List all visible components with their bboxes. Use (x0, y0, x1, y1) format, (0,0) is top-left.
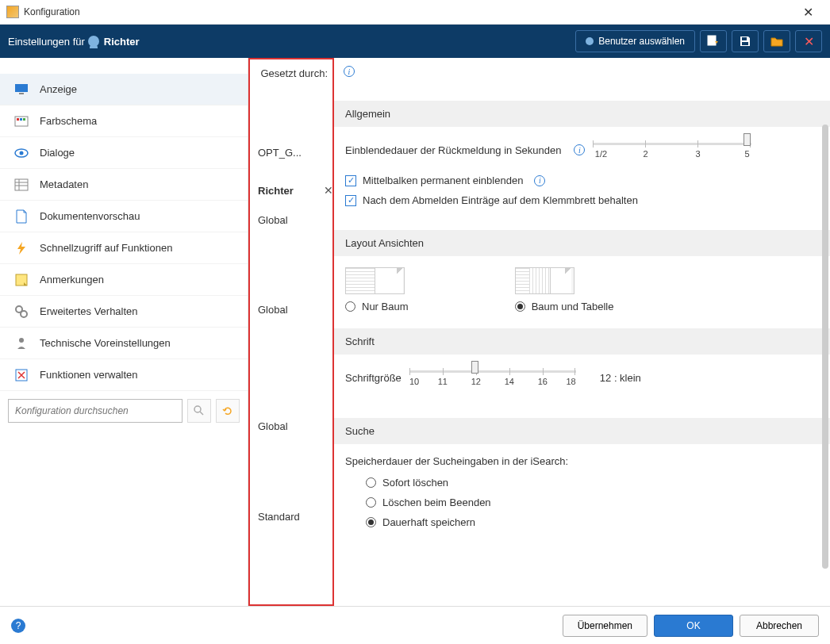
svg-rect-6 (17, 118, 19, 121)
svg-line-21 (200, 412, 203, 415)
wrench-user-icon (14, 336, 29, 351)
scope-opt: OPT_G... (258, 147, 333, 159)
radio-loeschen-beenden[interactable]: Löschen beim Beenden (366, 496, 819, 508)
svg-rect-5 (15, 117, 28, 126)
sidebar-reset-button[interactable] (216, 399, 240, 423)
svg-rect-2 (742, 42, 748, 45)
user-icon (88, 36, 99, 47)
sidebar-item-farbschema[interactable]: Farbschema (0, 105, 248, 137)
svg-rect-4 (19, 93, 24, 94)
sidebar-item-schnellzugriff[interactable]: Schnellzugriff auf Funktionen (0, 232, 248, 264)
toolbar-close-button[interactable]: ✕ (795, 30, 822, 52)
sidebar-item-dokumentenvorschau[interactable]: Dokumentenvorschau (0, 201, 248, 232)
svg-point-20 (194, 406, 201, 412)
settings-for-label: Einstellungen für (8, 36, 85, 48)
sidebar-search-input[interactable] (8, 399, 183, 423)
svg-point-18 (19, 338, 24, 343)
cancel-button[interactable]: Abbrechen (740, 615, 819, 637)
document-icon (14, 209, 29, 224)
sidebar-item-anmerkungen[interactable]: Anmerkungen (0, 264, 248, 296)
user-mini-icon (586, 37, 594, 45)
info-icon[interactable]: i (344, 66, 355, 77)
svg-rect-0 (708, 36, 716, 45)
gears-icon (14, 305, 29, 319)
scrollbar-thumb[interactable] (822, 125, 828, 569)
svg-rect-11 (15, 179, 28, 190)
window-title: Konfiguration (24, 6, 792, 17)
bottom-bar: ? Übernehmen OK Abbrechen (0, 606, 830, 644)
scope-richter: Richter✕ (258, 184, 333, 197)
sidebar-search-button[interactable] (187, 399, 211, 423)
svg-point-10 (20, 151, 24, 155)
svg-rect-8 (23, 118, 25, 121)
eye-icon (14, 146, 29, 160)
section-head-allgemein: Allgemein (334, 101, 830, 127)
sidebar-item-technische-voreinstellungen[interactable]: Technische Voreinstellungen (0, 328, 248, 359)
scope-global-2: Global (258, 304, 333, 316)
content-area: i Allgemein Einblendedauer der Rückmeldu… (334, 58, 830, 606)
layout-preview-baum (345, 267, 405, 294)
scope-global-3: Global (258, 420, 333, 432)
radio-nur-baum[interactable]: Nur Baum (345, 301, 512, 312)
einblendedauer-label: Einblendedauer der Rückmeldung in Sekund… (345, 144, 561, 156)
suche-speicherdauer-label: Speicherdauer der Sucheingaben in der iS… (345, 455, 819, 467)
header-bar: Einstellungen für Richter Benutzer auswä… (0, 25, 830, 58)
scope-standard: Standard (258, 511, 333, 523)
sidebar-item-metadaten[interactable]: Metadaten (0, 169, 248, 201)
abmelden-checkbox[interactable]: ✓ Nach dem Abmelden Einträge auf dem Kle… (345, 194, 819, 206)
svg-point-17 (21, 311, 27, 317)
palette-icon (14, 114, 29, 128)
svg-rect-3 (15, 84, 28, 92)
info-icon[interactable]: i (534, 175, 545, 186)
schriftgroesse-slider[interactable]: 10 11 12 14 16 18 (409, 366, 576, 389)
section-head-suche: Suche (334, 418, 830, 444)
section-head-schrift: Schrift (334, 328, 830, 355)
sidebar-item-dialoge[interactable]: Dialoge (0, 137, 248, 169)
toolbar-save-export-button[interactable] (700, 30, 727, 52)
sidebar-item-funktionen-verwalten[interactable]: Funktionen verwalten (0, 359, 248, 391)
svg-rect-15 (16, 274, 27, 286)
sidebar-item-anzeige[interactable]: Anzeige (0, 74, 248, 105)
scope-global-1: Global (258, 214, 333, 226)
schriftgroesse-label: Schriftgröße (345, 372, 402, 384)
section-head-layout: Layout Ansichten (334, 230, 830, 256)
layout-preview-baum-tabelle (515, 267, 574, 294)
monitor-icon (14, 82, 29, 97)
gesetzt-durch-column: Gesetzt durch: OPT_G... Richter✕ Global … (248, 58, 334, 606)
info-icon[interactable]: i (574, 144, 585, 155)
table-icon (14, 178, 29, 192)
svg-rect-7 (20, 118, 22, 121)
header-username: Richter (104, 36, 140, 48)
schrift-current-value: 12 : klein (600, 372, 641, 384)
bolt-icon (14, 241, 29, 255)
sidebar-item-erweitertes-verhalten[interactable]: Erweitertes Verhalten (0, 296, 248, 328)
window-close-button[interactable]: ✕ (792, 5, 824, 20)
sidebar: Anzeige Farbschema Dialoge Metadaten Dok… (0, 58, 248, 606)
mittelbalken-checkbox[interactable]: ✓ Mittelbalken permanent einblenden i (345, 174, 819, 186)
toolbar-save-button[interactable] (732, 30, 759, 52)
apply-button[interactable]: Übernehmen (563, 615, 647, 637)
gesetzt-durch-heading: Gesetzt durch: (260, 67, 328, 79)
window-titlebar: Konfiguration ✕ (0, 0, 830, 25)
note-icon (14, 273, 29, 287)
scope-clear-button[interactable]: ✕ (324, 184, 333, 197)
radio-dauerhaft[interactable]: Dauerhaft speichern (366, 516, 819, 528)
einblendedauer-slider[interactable]: 1/2 2 3 5 (593, 138, 751, 162)
ok-button[interactable]: OK (654, 615, 733, 637)
radio-sofort-loeschen[interactable]: Sofort löschen (366, 477, 819, 489)
radio-baum-tabelle[interactable]: Baum und Tabelle (515, 301, 614, 312)
select-user-button[interactable]: Benutzer auswählen (575, 30, 695, 52)
svg-rect-1 (742, 37, 747, 40)
manage-icon (14, 368, 29, 382)
app-icon (6, 6, 19, 18)
toolbar-folder-button[interactable] (763, 30, 790, 52)
help-button[interactable]: ? (11, 619, 25, 633)
